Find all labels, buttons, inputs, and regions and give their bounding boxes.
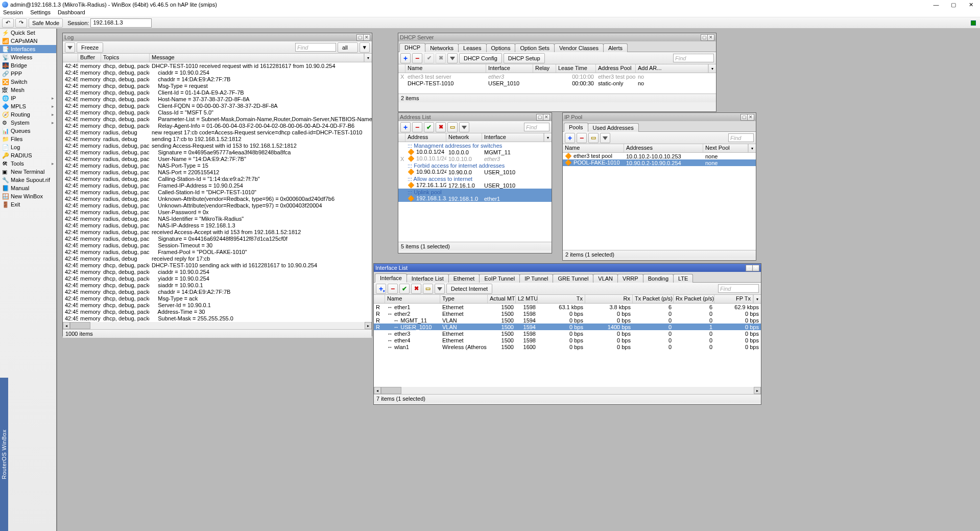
log-row[interactable]: 42:45memoryradius, debug, packetreceived… (63, 228, 372, 235)
tab-eoip-tunnel[interactable]: EoIP Tunnel (479, 274, 520, 283)
sidebar-item-wireless[interactable]: 📡Wireless (0, 53, 56, 61)
log-row[interactable]: 42:45memorydhcp, debug, packet Relay-Age… (63, 122, 372, 129)
remove-button[interactable]: − (412, 122, 422, 132)
tab-leases[interactable]: Leases (458, 43, 486, 52)
log-row[interactable]: 42:45memoryradius, debugnew request 17:c… (63, 129, 372, 135)
add-button[interactable]: +▾ (376, 284, 386, 294)
enable-button[interactable]: ✔ (424, 53, 434, 63)
sidebar-item-exit[interactable]: 🚪Exit (0, 200, 56, 209)
log-row[interactable]: 42:45memoryradius, debug, packet Signatu… (63, 235, 372, 242)
log-row[interactable]: 42:45memoryradius, debug, packet User-Na… (63, 155, 372, 162)
ippool-row[interactable]: 🔶 POOL-FAKE-101010.90.0.2-10.90.0.254non… (563, 159, 756, 166)
sidebar-item-files[interactable]: 📁Files (0, 135, 56, 143)
log-row[interactable]: 42:45memoryradius, debug, packet NAS-Por… (63, 162, 372, 169)
add-button[interactable]: + (400, 53, 411, 63)
menu-dashboard[interactable]: Dashboard (58, 9, 85, 17)
dhcp-setup-button[interactable]: DHCP Setup (504, 53, 545, 63)
safe-mode-button[interactable]: Safe Mode (29, 18, 63, 28)
addr-row[interactable]: 🔶 192.168.1.3/24192.168.1.0ether1 (398, 195, 552, 202)
tab-vrrp[interactable]: VRRP (617, 274, 643, 283)
sidebar-item-mesh[interactable]: 🕸Mesh (0, 86, 56, 94)
sidebar-item-manual[interactable]: 📘Manual (0, 184, 56, 192)
log-row[interactable]: 42:45memorydhcp, debug, packet ciaddr = … (63, 268, 372, 275)
log-row[interactable]: 42:45memorydhcp, debug, packet Host-Name… (63, 96, 372, 102)
log-row[interactable]: 42:45memorydhcp, debug, packet Msg-Type … (63, 295, 372, 302)
tab-gre-tunnel[interactable]: GRE Tunnel (553, 274, 593, 283)
addr-row[interactable]: ::: Managment addresses for switches (398, 142, 552, 149)
log-row[interactable]: 42:45memoryradius, debug, packet Session… (63, 242, 372, 248)
remove-button[interactable]: − (388, 284, 398, 294)
enable-button[interactable]: ✔ (424, 122, 434, 132)
log-row[interactable]: 42:45memoryradius, debug, packet Called-… (63, 189, 372, 195)
log-row[interactable]: 42:45memorydhcp, debug, packet Subnet-Ma… (63, 315, 372, 321)
close-button[interactable]: ✕ (967, 2, 975, 8)
ippool-find-input[interactable]: Find (728, 133, 754, 142)
tab-interface[interactable]: Interface (375, 273, 407, 283)
tab-networks[interactable]: Networks (425, 43, 459, 52)
log-row[interactable]: 42:45memorydhcp, debug, packet Client-Id… (63, 89, 372, 96)
sidebar-item-ppp[interactable]: 🔗PPP (0, 70, 56, 78)
tab-used-addresses[interactable]: Used Addresses (588, 123, 639, 132)
log-row[interactable]: 42:45memoryradius, debug, packet NAS-Ide… (63, 215, 372, 222)
log-row[interactable]: 42:45memoryradius, debug, packet Unknown… (63, 202, 372, 209)
dhcp-row[interactable]: Xether3 test serverether300:10:00ether3 … (398, 73, 716, 80)
dhcp-find-input[interactable]: Find (673, 54, 714, 62)
dhcp-config-button[interactable]: DHCP Config (459, 53, 502, 63)
log-row[interactable]: 42:45memorydhcp, debug, packetDHCP-TEST-… (63, 62, 372, 69)
tab-ip-tunnel[interactable]: IP Tunnel (519, 274, 553, 283)
log-row[interactable]: 42:45memorydhcp, debug, packet chaddr = … (63, 288, 372, 295)
iface-row[interactable]: R ↔ MGMT_11VLAN150015940 bps0 bps000 bps (374, 317, 761, 324)
log-row[interactable]: 42:45memoryradius, debug, packet Framed-… (63, 182, 372, 189)
log-row[interactable]: 42:45memorydhcp, debug, packet Client-FQ… (63, 102, 372, 109)
remove-button[interactable]: − (412, 53, 422, 63)
sidebar-item-routing[interactable]: 🧭Routing▸ (0, 110, 56, 119)
freeze-button[interactable]: Freeze (77, 42, 103, 53)
log-row[interactable]: 42:45memorydhcp, debug, packet siaddr = … (63, 282, 372, 288)
tab-option-sets[interactable]: Option Sets (515, 43, 554, 52)
addr-row[interactable]: 🔶 172.16.1.1/24172.16.1.0USER_1010 (398, 182, 552, 189)
disable-button[interactable]: ✖ (436, 122, 446, 132)
log-row[interactable]: 42:45memorydhcp, debug, packet ciaddr = … (63, 69, 372, 76)
tab-lte[interactable]: LTE (673, 274, 693, 283)
log-row[interactable]: 42:45memorydhcp, debug, packet yiaddr = … (63, 275, 372, 282)
sidebar-item-new-winbox[interactable]: 🪟New WinBox (0, 192, 56, 200)
tab-vendor-classes[interactable]: Vendor Classes (554, 43, 604, 52)
ippool-grid[interactable]: 🔶 ether3 test pool10.0.10.2-10.0.10.253n… (563, 153, 756, 250)
sidebar-item-mpls[interactable]: 🔷MPLS▸ (0, 102, 56, 110)
log-close-button[interactable]: ✕ (363, 34, 370, 41)
tab-dhcp[interactable]: DHCP (399, 43, 425, 52)
log-row[interactable]: 42:45memorydhcp, debug, packetDHCP-TEST-… (63, 262, 372, 268)
log-row[interactable]: 42:45memoryradius, debug, packet NAS-Por… (63, 169, 372, 175)
log-row[interactable]: 42:45memoryradius, debugsending 17:cb to… (63, 135, 372, 142)
iface-grid[interactable]: R↔ ether1Ethernet1500159863.1 kbps3.8 kb… (374, 304, 761, 387)
addr-row[interactable]: 🔶 10.0.0.1/2410.0.0.0MGMT_11 (398, 149, 552, 155)
log-row[interactable]: 42:45memoryradius, debugreceived reply f… (63, 255, 372, 262)
ippool-row[interactable]: 🔶 ether3 test pool10.0.10.2-10.0.10.253n… (563, 153, 756, 159)
addr-row[interactable]: ::: Allow access to internet (398, 175, 552, 182)
sidebar-item-bridge[interactable]: 🌉Bridge (0, 61, 56, 70)
sidebar-item-radius[interactable]: 🔑RADIUS (0, 151, 56, 159)
sidebar-item-ip[interactable]: 🌐IP▸ (0, 94, 56, 102)
iface-row[interactable]: R ↔ USER_1010VLAN150015940 bps1400 bps01… (374, 324, 761, 330)
log-row[interactable]: 42:45memorydhcp, debug, packet chaddr = … (63, 76, 372, 82)
disable-button[interactable]: ✖ (436, 53, 446, 63)
sidebar-item-system[interactable]: ⚙System▸ (0, 119, 56, 127)
log-col-dropdown[interactable]: ▾ (364, 54, 372, 62)
filter-icon[interactable] (600, 133, 610, 143)
log-grid[interactable]: 42:45memorydhcp, debug, packetDHCP-TEST-… (63, 62, 372, 322)
tab-interface-list[interactable]: Interface List (407, 274, 449, 283)
undo-button[interactable]: ↶ (2, 18, 14, 28)
addr-grid[interactable]: ::: Managment addresses for switches🔶 10… (398, 142, 552, 242)
addr-row[interactable]: X🔶 10.0.10.1/2410.0.10.0ether3 (398, 155, 552, 162)
tab-pools[interactable]: Pools (564, 123, 588, 132)
comment-button[interactable]: ▭ (447, 122, 458, 132)
iface-row[interactable]: R↔ ether1Ethernet1500159863.1 kbps3.8 kb… (374, 304, 761, 310)
addr-row[interactable]: ::: Uplink pool (398, 189, 552, 195)
log-row[interactable]: 42:45memorydhcp, debug, packet Server-Id… (63, 302, 372, 308)
menu-session[interactable]: Session (3, 9, 23, 17)
redo-button[interactable]: ↷ (15, 18, 27, 28)
log-row[interactable]: 42:45memorydhcp, debug, packet Msg-Type … (63, 82, 372, 89)
menu-settings[interactable]: Settings (30, 9, 51, 17)
tab-ethernet[interactable]: Ethernet (448, 274, 480, 283)
remove-button[interactable]: − (577, 133, 587, 143)
